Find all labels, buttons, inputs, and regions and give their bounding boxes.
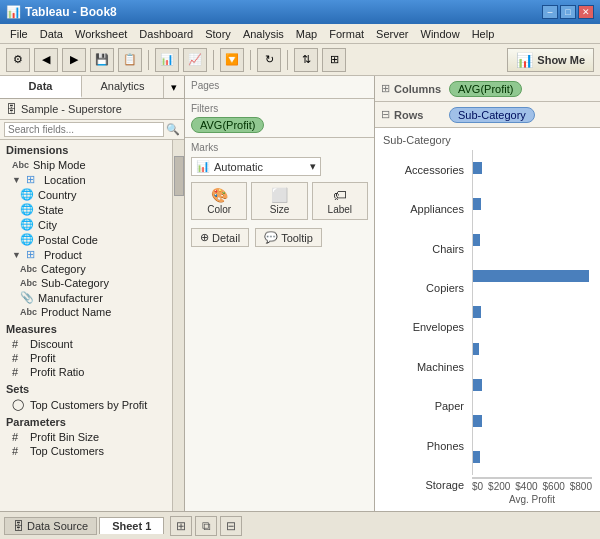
sheet-icons: ⊞ ⧉ ⊟ — [170, 516, 242, 536]
field-top-customers-set[interactable]: ◯ Top Customers by Profit — [0, 397, 172, 412]
menu-file[interactable]: File — [4, 27, 34, 41]
datasource-icon: 🗄 — [6, 103, 17, 115]
field-location[interactable]: ▼ ⊞ Location — [0, 172, 172, 187]
menu-server[interactable]: Server — [370, 27, 414, 41]
menu-analysis[interactable]: Analysis — [237, 27, 290, 41]
field-discount[interactable]: # Discount — [0, 337, 172, 351]
field-search-input[interactable] — [4, 122, 164, 137]
toolbar-copy-button[interactable]: 📋 — [118, 48, 142, 72]
left-panel: Data Analytics ▾ 🗄 Sample - Superstore 🔍… — [0, 76, 185, 511]
chart-area: Sub-Category Accessories Appliances Chai… — [375, 128, 600, 511]
circle-icon: ◯ — [12, 398, 26, 411]
field-postal-code[interactable]: 🌐 Postal Code — [0, 232, 172, 247]
hash-icon: # — [12, 445, 26, 457]
search-bar: 🔍 — [0, 120, 184, 140]
rows-shelf-label: Rows — [394, 109, 449, 121]
field-category[interactable]: Abc Category — [0, 262, 172, 276]
field-manufacturer[interactable]: 📎 Manufacturer — [0, 290, 172, 305]
window-controls[interactable]: – □ ✕ — [542, 5, 594, 19]
toolbar-forward-button[interactable]: ▶ — [62, 48, 86, 72]
toolbar-refresh-button[interactable]: ↻ — [257, 48, 281, 72]
new-dashboard-button[interactable]: ⊟ — [220, 516, 242, 536]
field-profit-ratio[interactable]: # Profit Ratio — [0, 365, 172, 379]
hash-icon: # — [12, 366, 26, 378]
label-icon: 🏷 — [333, 187, 347, 203]
toolbar-separator-4 — [287, 50, 288, 70]
field-product[interactable]: ▼ ⊞ Product — [0, 247, 172, 262]
label-chairs: Chairs — [383, 243, 464, 255]
tableau-icon: 📊 — [6, 5, 21, 19]
datasource-tab[interactable]: 🗄 Data Source — [4, 517, 97, 535]
menu-format[interactable]: Format — [323, 27, 370, 41]
toolbar-back-button[interactable]: ◀ — [34, 48, 58, 72]
field-product-name[interactable]: Abc Product Name — [0, 305, 172, 319]
rows-shelf: ⊟ Rows Sub-Category — [375, 102, 600, 128]
marks-label: Marks — [191, 142, 368, 153]
menu-worksheet[interactable]: Worksheet — [69, 27, 133, 41]
toolbar-filter-button[interactable]: 🔽 — [220, 48, 244, 72]
columns-pill[interactable]: AVG(Profit) — [449, 81, 522, 97]
bar-phones — [473, 414, 592, 428]
color-button[interactable]: 🎨 Color — [191, 182, 247, 220]
axis-tick-400: $400 — [515, 481, 537, 492]
chart-bars-area — [472, 150, 592, 475]
new-sheet-button[interactable]: ⊞ — [170, 516, 192, 536]
menu-map[interactable]: Map — [290, 27, 323, 41]
paperclip-icon: 📎 — [20, 291, 34, 304]
right-panel: ⊞ Columns AVG(Profit) ⊟ Rows Sub-Categor… — [375, 76, 600, 511]
datasource-section[interactable]: 🗄 Sample - Superstore — [0, 99, 184, 120]
field-top-customers-param[interactable]: # Top Customers — [0, 444, 172, 458]
close-button[interactable]: ✕ — [578, 5, 594, 19]
toolbar-home-button[interactable]: ⚙ — [6, 48, 30, 72]
bar-storage-fill — [473, 451, 480, 463]
maximize-button[interactable]: □ — [560, 5, 576, 19]
field-profit[interactable]: # Profit — [0, 351, 172, 365]
menu-dashboard[interactable]: Dashboard — [133, 27, 199, 41]
toolbar-separator-1 — [148, 50, 149, 70]
field-country[interactable]: 🌐 Country — [0, 187, 172, 202]
panel-settings-button[interactable]: ▾ — [164, 76, 184, 98]
menu-window[interactable]: Window — [415, 27, 466, 41]
abc-icon: Abc — [20, 278, 37, 288]
tab-data[interactable]: Data — [0, 76, 82, 98]
field-ship-mode[interactable]: Abc Ship Mode — [0, 158, 172, 172]
chart-inner: Accessories Appliances Chairs Copiers En… — [383, 150, 592, 505]
bar-chairs — [473, 233, 592, 247]
detail-button[interactable]: ⊕ Detail — [191, 228, 249, 247]
field-subcategory[interactable]: Abc Sub-Category — [0, 276, 172, 290]
field-city[interactable]: 🌐 City — [0, 217, 172, 232]
menu-help[interactable]: Help — [466, 27, 501, 41]
tab-analytics[interactable]: Analytics — [82, 76, 164, 98]
globe-icon: 🌐 — [20, 218, 34, 231]
tooltip-button[interactable]: 💬 Tooltip — [255, 228, 322, 247]
bar-paper-fill — [473, 379, 482, 391]
rows-pill[interactable]: Sub-Category — [449, 107, 535, 123]
duplicate-sheet-button[interactable]: ⧉ — [195, 516, 217, 536]
field-profit-bin[interactable]: # Profit Bin Size — [0, 430, 172, 444]
axis-tick-200: $200 — [488, 481, 510, 492]
minimize-button[interactable]: – — [542, 5, 558, 19]
bar-machines-fill — [473, 343, 479, 355]
sheet1-tab[interactable]: Sheet 1 — [99, 517, 164, 534]
axis-tick-800: $800 — [570, 481, 592, 492]
toolbar-sort-button[interactable]: ⇅ — [294, 48, 318, 72]
columns-shelf-icon: ⊞ — [381, 82, 390, 95]
toolbar-chart2-button[interactable]: 📈 — [183, 48, 207, 72]
toolbar-save-button[interactable]: 💾 — [90, 48, 114, 72]
marks-type-select[interactable]: 📊 Automatic ▾ — [191, 157, 321, 176]
show-me-button[interactable]: 📊 Show Me — [507, 48, 594, 72]
toolbar-group-button[interactable]: ⊞ — [322, 48, 346, 72]
field-list-scrollbar[interactable] — [172, 140, 184, 511]
toolbar-chart-button[interactable]: 📊 — [155, 48, 179, 72]
size-button[interactable]: ⬜ Size — [251, 182, 307, 220]
datasource-name: Sample - Superstore — [21, 103, 122, 115]
menu-data[interactable]: Data — [34, 27, 69, 41]
menu-story[interactable]: Story — [199, 27, 237, 41]
bar-appliances-fill — [473, 198, 481, 210]
measures-label: Measures — [0, 321, 172, 337]
chart-axis: $0 $200 $400 $600 $800 — [472, 478, 592, 492]
field-state[interactable]: 🌐 State — [0, 202, 172, 217]
label-button[interactable]: 🏷 Label — [312, 182, 368, 220]
filter-pill[interactable]: AVG(Profit) — [191, 117, 264, 133]
label-appliances: Appliances — [383, 203, 464, 215]
